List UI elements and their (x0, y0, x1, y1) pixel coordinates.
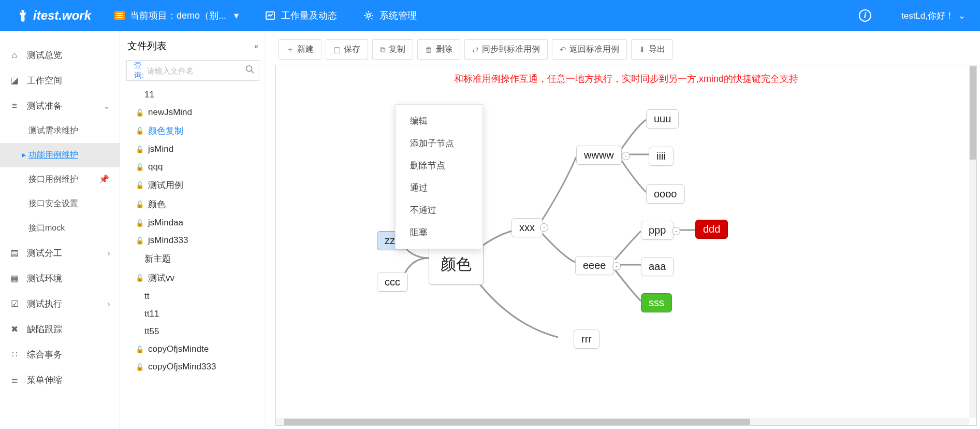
lock-icon: 🔓 (136, 163, 144, 171)
ctx-item[interactable]: 不通过 (396, 199, 482, 221)
vertical-scrollbar[interactable] (969, 65, 976, 418)
lock-icon: 🔓 (136, 237, 144, 245)
node-ppp[interactable]: ppp (641, 221, 674, 240)
subnav-item[interactable]: 接口mock (0, 216, 120, 240)
lock-icon: 🔓 (136, 346, 144, 353)
ctx-item[interactable]: 编辑 (396, 110, 482, 132)
file-item[interactable]: 🔓颜色 (120, 195, 266, 214)
svg-point-3 (24, 11, 26, 13)
node-iiii[interactable]: iiii (649, 147, 674, 166)
h-scroll-thumb[interactable] (284, 419, 750, 425)
node-root[interactable]: 颜色 (429, 244, 484, 285)
nav-box[interactable]: ◪工作空间 (0, 68, 120, 93)
subnav-item[interactable]: 接口用例维护📌 (0, 167, 120, 192)
nav-bug[interactable]: ✖缺陷跟踪 (0, 317, 120, 342)
file-item[interactable]: 🔓qqq (120, 158, 266, 176)
search-box: 查询: (126, 60, 259, 81)
box-icon: ◪ (9, 76, 20, 86)
node-uuu[interactable]: uuu (646, 109, 679, 128)
search-icon[interactable] (245, 65, 255, 77)
delete-button[interactable]: 🗑删除 (417, 39, 460, 60)
nav-exec[interactable]: ☑测试执行› (0, 291, 120, 317)
file-item[interactable]: tt (120, 288, 266, 305)
file-item[interactable]: 🔓newJsMind (120, 104, 266, 121)
toolbar: ＋新建 ▢保存 ⧉复制 🗑删除 ⇄同步到标准用例 ↶返回标准用例 ⬇导出 (266, 31, 980, 65)
logo-text: itest.work (33, 8, 91, 23)
file-item[interactable]: 11 (120, 86, 266, 104)
chart-icon (265, 10, 276, 21)
subnav-item[interactable]: 测试需求维护 (0, 119, 120, 143)
ctx-item[interactable]: 通过 (396, 177, 482, 199)
expander-wwww[interactable]: - (622, 152, 630, 160)
node-xxx[interactable]: xxx (511, 218, 543, 237)
node-ccc[interactable]: ccc (377, 273, 408, 292)
bug-icon: ✖ (9, 324, 20, 335)
fold-icon: ≣ (9, 375, 20, 385)
svg-point-2 (20, 11, 22, 13)
ctx-item[interactable]: 阻塞 (396, 221, 482, 244)
file-item[interactable]: 新主题 (120, 249, 266, 268)
ctx-item[interactable]: 添加子节点 (396, 132, 482, 154)
back-button[interactable]: ↶返回标准用例 (552, 39, 627, 60)
file-item[interactable]: tt11 (120, 305, 266, 323)
gear-icon (363, 10, 374, 21)
ctx-item[interactable]: 删除节点 (396, 154, 482, 177)
nav-tune[interactable]: ≡测试准备⌄ (0, 93, 120, 119)
file-item[interactable]: 🔓copyOfjsMindte (120, 340, 266, 358)
logo[interactable]: itest.work (5, 8, 101, 23)
file-list: 11🔓newJsMind🔓颜色复制🔓jsMind🔓qqq🔓测试用例🔓颜色🔓jsM… (120, 86, 266, 429)
lock-icon: 🔓 (136, 219, 144, 227)
nav-env[interactable]: ▦测试环境 (0, 266, 120, 291)
project-label: 当前项目：demo（别... (130, 9, 226, 22)
sync-icon: ⇄ (472, 45, 479, 54)
file-item[interactable]: 🔓jsMindaa (120, 214, 266, 232)
nav-misc[interactable]: ∷综合事务 (0, 342, 120, 367)
horizontal-scrollbar[interactable] (276, 418, 969, 425)
expander-eeee[interactable]: - (612, 262, 621, 270)
file-item[interactable]: 🔓jsMind (120, 140, 266, 158)
nav-fold[interactable]: ≣菜单伸缩 (0, 367, 120, 393)
node-aaa[interactable]: aaa (641, 257, 674, 276)
sysmgmt-label: 系统管理 (379, 9, 417, 22)
subnav-item[interactable]: 功能用例维护 (0, 143, 120, 167)
svg-rect-1 (21, 16, 25, 22)
pin-icon: 📌 (99, 174, 109, 184)
chevron-down-icon: ⌄ (103, 101, 110, 111)
sync-button[interactable]: ⇄同步到标准用例 (464, 39, 548, 60)
node-rrr[interactable]: rrr (574, 330, 599, 349)
node-wwww[interactable]: wwww (576, 146, 622, 165)
node-sss[interactable]: sss (641, 293, 672, 312)
expander-xxx[interactable]: - (540, 223, 548, 232)
file-item[interactable]: 🔓测试vv (120, 268, 266, 288)
export-button[interactable]: ⬇导出 (631, 39, 673, 60)
copy-button[interactable]: ⧉复制 (372, 39, 413, 60)
nav-assign[interactable]: ▤测试分工› (0, 240, 120, 266)
lock-icon: 🔓 (136, 181, 144, 189)
node-eeee[interactable]: eeee (575, 256, 614, 275)
file-item[interactable]: 🔓测试用例 (120, 176, 266, 195)
save-icon: ▢ (333, 45, 341, 54)
nav-home[interactable]: ⌂测试总览 (0, 42, 120, 68)
subnav-item[interactable]: 接口安全设置 (0, 192, 120, 216)
user-menu[interactable]: testLd,你好！ ⌄ (892, 10, 975, 22)
new-button[interactable]: ＋新建 (279, 39, 321, 60)
mindmap-canvas[interactable]: 和标准用例操作互通，任意一地方执行，实时同步到另一方,xmind的快捷键完全支持 (275, 65, 977, 426)
file-item[interactable]: 🔓颜色复制 (120, 121, 266, 140)
node-oooo[interactable]: oooo (646, 184, 685, 204)
info-icon[interactable]: i (859, 9, 871, 22)
save-button[interactable]: ▢保存 (326, 39, 368, 60)
project-selector[interactable]: 当前项目：demo（别... ▾ (101, 0, 252, 31)
collapse-icon[interactable]: « (254, 42, 258, 50)
sysmgmt-menu[interactable]: 系统管理 (350, 0, 430, 31)
expander-ppp[interactable]: - (672, 227, 680, 235)
svg-line-7 (252, 70, 254, 73)
v-scroll-thumb[interactable] (970, 66, 976, 160)
lock-icon: 🔓 (136, 109, 144, 117)
file-item[interactable]: 🔓jsMind333 (120, 232, 266, 249)
file-item[interactable]: tt55 (120, 323, 266, 340)
file-item[interactable]: 🔓copyOfjsMind333 (120, 358, 266, 376)
search-input[interactable] (147, 66, 245, 75)
workload-menu[interactable]: 工作量及动态 (252, 0, 350, 31)
exec-icon: ☑ (9, 299, 20, 309)
node-ddd[interactable]: ddd (695, 220, 728, 239)
